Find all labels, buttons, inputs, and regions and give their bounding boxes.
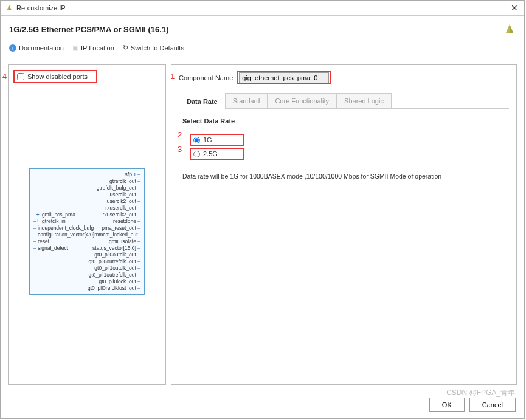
app-icon <box>5 4 13 12</box>
component-name-input[interactable] <box>239 72 329 83</box>
vendor-logo <box>504 23 516 35</box>
annotation-1: 1 <box>170 72 175 81</box>
ip-location-button[interactable]: ▣IP Location <box>72 44 114 52</box>
annotation-3: 3 <box>178 145 182 154</box>
ip-block-symbol: sfp +– gtrefclk_out – gtrefclk_bufg_out … <box>29 168 145 295</box>
tabs: Data Rate Standard Core Functionality Sh… <box>179 93 509 109</box>
data-rate-1g-radio[interactable]: 1G <box>190 134 244 146</box>
window-title: Re-customize IP <box>16 4 510 12</box>
component-name-label: Component Name <box>179 74 233 81</box>
cancel-button[interactable]: Cancel <box>469 398 516 412</box>
ok-button[interactable]: OK <box>429 398 465 412</box>
titlebar: Re-customize IP ✕ <box>1 1 524 16</box>
tab-standard[interactable]: Standard <box>225 93 268 108</box>
annotation-4: 4 <box>2 72 7 81</box>
close-icon[interactable]: ✕ <box>510 3 519 13</box>
toolbar: iDocumentation ▣IP Location ↻Switch to D… <box>1 41 524 58</box>
show-disabled-ports-checkbox[interactable]: Show disabled ports <box>13 70 97 83</box>
show-disabled-ports-label: Show disabled ports <box>27 73 88 80</box>
page-title: 1G/2.5G Ethernet PCS/PMA or SGMII (16.1) <box>9 25 504 34</box>
tab-shared-logic[interactable]: Shared Logic <box>336 93 392 108</box>
data-rate-2-5g-radio[interactable]: 2.5G <box>190 148 244 160</box>
folder-icon: ▣ <box>72 44 78 52</box>
documentation-button[interactable]: iDocumentation <box>9 44 64 52</box>
section-title: Select Data Rate <box>182 117 505 126</box>
data-rate-description: Data rate will be 1G for 1000BASEX mode … <box>182 173 505 180</box>
refresh-icon: ↻ <box>123 44 128 52</box>
tab-data-rate[interactable]: Data Rate <box>179 94 226 109</box>
config-panel: Component Name Data Rate Standard Core F… <box>171 64 517 385</box>
tab-core-functionality[interactable]: Core Functionality <box>267 93 337 108</box>
switch-defaults-button[interactable]: ↻Switch to Defaults <box>123 44 184 52</box>
symbol-panel: Show disabled ports sfp +– gtrefclk_out … <box>8 64 166 385</box>
annotation-2: 2 <box>178 130 182 139</box>
radio-2-5g-label: 2.5G <box>203 150 218 157</box>
radio-1g-label: 1G <box>203 136 212 143</box>
